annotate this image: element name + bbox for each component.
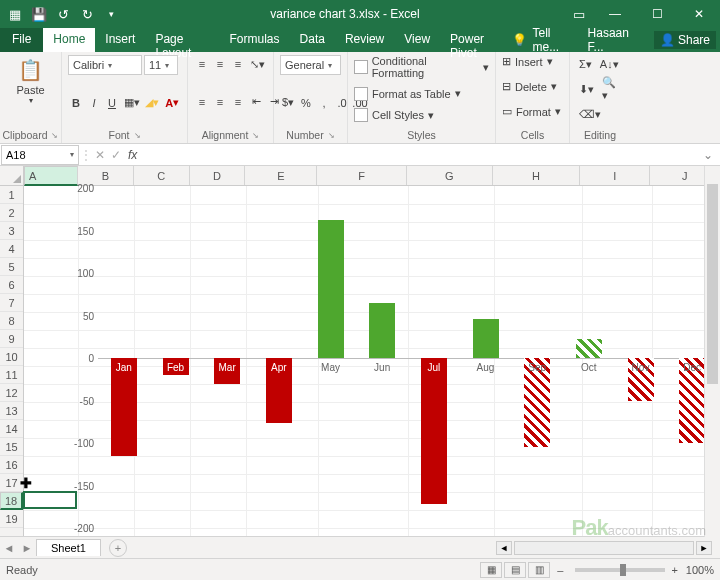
align-left-button[interactable]: ≡ [194, 93, 210, 111]
row-header[interactable]: 14 [0, 420, 23, 438]
underline-button[interactable]: U [104, 94, 120, 112]
row-header[interactable]: 9 [0, 330, 23, 348]
row-header[interactable]: 19 [0, 510, 23, 528]
sheet-nav-next[interactable]: ► [18, 542, 36, 554]
align-bottom-button[interactable]: ≡ [230, 55, 246, 73]
clear-button[interactable]: ⌫▾ [576, 105, 604, 123]
font-launcher-icon[interactable]: ↘ [134, 131, 141, 140]
tab-power-pivot[interactable]: Power Pivot [440, 28, 511, 52]
column-header[interactable]: F [317, 166, 407, 185]
tab-file[interactable]: File [0, 28, 43, 52]
format-cells-button[interactable]: ▭Format ▾ [502, 105, 563, 118]
bar-aug[interactable] [473, 319, 499, 358]
fill-button[interactable]: ⬇▾ [576, 80, 597, 98]
percent-button[interactable]: % [298, 94, 314, 112]
row-header[interactable]: 1 [0, 186, 23, 204]
clipboard-launcher-icon[interactable]: ↘ [51, 131, 58, 140]
row-header[interactable]: 11 [0, 366, 23, 384]
row-header[interactable]: 10 [0, 348, 23, 366]
undo-icon[interactable]: ↺ [54, 5, 72, 23]
paste-button[interactable]: 📋 Paste ▾ [6, 54, 55, 109]
indent-dec-button[interactable]: ⇤ [248, 93, 264, 111]
cell-styles-button[interactable]: Cell Styles ▾ [354, 108, 489, 122]
align-center-button[interactable]: ≡ [212, 93, 228, 111]
hscroll-left[interactable]: ◄ [496, 541, 512, 555]
tab-data[interactable]: Data [290, 28, 335, 52]
number-format-select[interactable]: General▾ [280, 55, 341, 75]
currency-button[interactable]: $▾ [280, 94, 296, 112]
sheet-tab[interactable]: Sheet1 [36, 539, 101, 556]
column-header[interactable]: I [580, 166, 650, 185]
align-middle-button[interactable]: ≡ [212, 55, 228, 73]
row-header[interactable]: 13 [0, 402, 23, 420]
column-header[interactable]: D [190, 166, 246, 185]
align-right-button[interactable]: ≡ [230, 93, 246, 111]
bold-button[interactable]: B [68, 94, 84, 112]
autosum-button[interactable]: Σ▾ [576, 55, 595, 73]
enter-formula-button[interactable]: ✓ [108, 146, 124, 164]
horizontal-scrollbar[interactable]: ◄ ► [127, 541, 720, 555]
select-all-corner[interactable] [0, 166, 24, 186]
tab-home[interactable]: Home [43, 28, 95, 52]
tell-me-label[interactable]: Tell me... [533, 26, 576, 54]
zoom-thumb[interactable] [620, 564, 626, 576]
new-sheet-button[interactable]: + [109, 539, 127, 557]
vscroll-thumb[interactable] [707, 184, 718, 384]
format-as-table-button[interactable]: Format as Table ▾ [354, 87, 489, 101]
zoom-out-button[interactable]: – [557, 564, 563, 576]
fx-button[interactable]: fx [124, 148, 141, 162]
tab-insert[interactable]: Insert [95, 28, 145, 52]
tab-page-layout[interactable]: Page Layout [145, 28, 219, 52]
column-header[interactable]: H [493, 166, 581, 185]
insert-cells-button[interactable]: ⊞Insert ▾ [502, 55, 563, 68]
minimize-button[interactable]: — [594, 0, 636, 28]
redo-icon[interactable]: ↻ [78, 5, 96, 23]
sort-filter-button[interactable]: A↓▾ [597, 55, 622, 73]
row-header[interactable]: 16 [0, 456, 23, 474]
conditional-formatting-button[interactable]: Conditional Formatting ▾ [354, 55, 489, 79]
border-button[interactable]: ▦▾ [122, 94, 141, 112]
user-name[interactable]: Hasaan F... [588, 26, 642, 54]
delete-cells-button[interactable]: ⊟Delete ▾ [502, 80, 563, 93]
row-header[interactable]: 3 [0, 222, 23, 240]
bar-jul[interactable] [421, 358, 447, 504]
tab-view[interactable]: View [394, 28, 440, 52]
worksheet-grid[interactable]: ABCDEFGHIJ 12345678910111213141516171819… [0, 166, 720, 536]
row-header[interactable]: 5 [0, 258, 23, 276]
row-header[interactable]: 7 [0, 294, 23, 312]
view-page-break-button[interactable]: ▥ [528, 562, 550, 578]
column-header[interactable]: C [134, 166, 190, 185]
expand-formula-button[interactable]: ⌄ [700, 146, 716, 164]
tell-me-icon[interactable]: 💡 [512, 33, 527, 47]
zoom-slider[interactable] [575, 568, 665, 572]
row-header[interactable]: 6 [0, 276, 23, 294]
row-header[interactable]: 15 [0, 438, 23, 456]
row-header[interactable]: 2 [0, 204, 23, 222]
variance-chart[interactable]: -200-150-100-50050100150200JanFebMarAprM… [64, 188, 716, 528]
bar-oct[interactable] [576, 339, 602, 358]
font-size-select[interactable]: 11▾ [144, 55, 178, 75]
hscroll-right[interactable]: ► [696, 541, 712, 555]
align-top-button[interactable]: ≡ [194, 55, 210, 73]
column-header[interactable]: E [245, 166, 317, 185]
bar-may[interactable] [318, 220, 344, 358]
view-page-layout-button[interactable]: ▤ [504, 562, 526, 578]
italic-button[interactable]: I [86, 94, 102, 112]
font-name-select[interactable]: Calibri▾ [68, 55, 142, 75]
close-button[interactable]: ✕ [678, 0, 720, 28]
find-button[interactable]: 🔍▾ [599, 80, 624, 98]
row-header[interactable]: 18 [0, 492, 23, 510]
tab-review[interactable]: Review [335, 28, 394, 52]
vertical-scrollbar[interactable] [704, 166, 720, 537]
zoom-value[interactable]: 100% [686, 564, 714, 576]
fill-color-button[interactable]: ◢▾ [143, 94, 161, 112]
qat-dropdown-icon[interactable]: ▾ [102, 5, 120, 23]
hscroll-track[interactable] [514, 541, 694, 555]
number-launcher-icon[interactable]: ↘ [328, 131, 335, 140]
cancel-formula-button[interactable]: ✕ [92, 146, 108, 164]
name-box[interactable]: A18▾ [1, 145, 79, 165]
alignment-launcher-icon[interactable]: ↘ [252, 131, 259, 140]
comma-button[interactable]: , [316, 94, 332, 112]
row-header[interactable]: 4 [0, 240, 23, 258]
column-header[interactable]: G [407, 166, 493, 185]
